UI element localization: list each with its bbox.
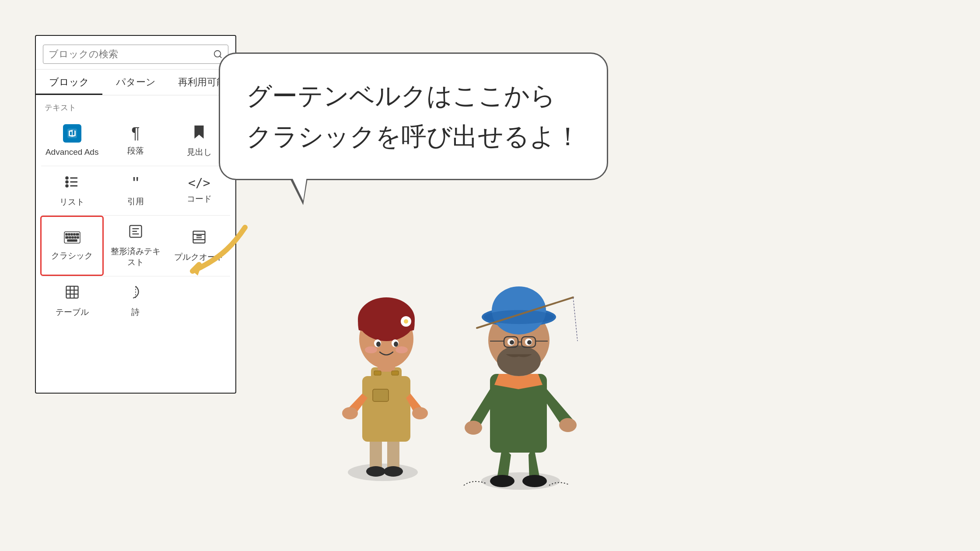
advanced-ads-icon	[63, 124, 81, 143]
svg-line-83	[573, 297, 578, 341]
svg-rect-13	[66, 234, 67, 235]
svg-point-62	[490, 475, 514, 487]
svg-rect-22	[77, 237, 79, 238]
block-grid-row3: クラシック 整形済みテキスト	[36, 216, 235, 276]
block-item-preformatted[interactable]: 整形済みテキスト	[104, 216, 167, 276]
svg-point-72	[497, 345, 541, 376]
svg-rect-58	[374, 371, 381, 375]
pullquote-icon	[191, 229, 207, 248]
keyboard-icon	[64, 230, 80, 246]
block-item-paragraph[interactable]: ¶ 段落	[104, 116, 167, 166]
svg-point-66	[559, 418, 577, 432]
svg-point-65	[465, 421, 482, 435]
search-input[interactable]	[49, 49, 213, 60]
speech-bubble: グーテンベルクはここから クラシックを呼び出せるよ！	[219, 52, 608, 180]
svg-point-41	[366, 466, 385, 477]
block-grid-row1: Advanced Ads ¶ 段落 見出し	[36, 116, 235, 166]
quote-icon: "	[133, 174, 139, 192]
svg-point-63	[522, 475, 547, 487]
block-panel: ブロック パターン 再利用可能 テキスト Advanced Ads	[35, 35, 236, 394]
block-item-advanced-ads[interactable]: Advanced Ads	[40, 116, 104, 166]
tab-patterns[interactable]: パターン	[102, 70, 169, 95]
preformatted-label: 整形済みテキスト	[108, 246, 163, 268]
heading-label: 見出し	[187, 147, 212, 158]
svg-rect-3	[70, 132, 72, 135]
svg-point-10	[66, 181, 68, 183]
svg-rect-19	[69, 237, 71, 238]
svg-rect-23	[67, 240, 77, 241]
svg-point-81	[527, 340, 532, 345]
svg-rect-16	[74, 234, 75, 235]
svg-rect-20	[72, 237, 74, 238]
pullquote-label: プルクオート	[174, 252, 224, 263]
block-item-quote[interactable]: " 引用	[104, 166, 167, 216]
paragraph-label: 段落	[127, 146, 144, 157]
svg-point-11	[66, 185, 68, 187]
block-item-list[interactable]: リスト	[40, 166, 104, 216]
svg-point-80	[510, 340, 514, 345]
svg-rect-15	[71, 234, 73, 235]
svg-rect-17	[76, 234, 79, 235]
svg-rect-14	[68, 234, 70, 235]
speech-bubble-area: グーテンベルクはここから クラシックを呼び出せるよ！	[219, 52, 744, 180]
svg-rect-21	[74, 237, 76, 238]
svg-rect-33	[66, 286, 78, 298]
svg-point-9	[66, 177, 68, 179]
code-icon: </>	[188, 177, 210, 189]
table-label: テーブル	[56, 307, 89, 318]
speech-text-line2: クラシックを呼び出せるよ！	[246, 116, 581, 157]
svg-rect-18	[66, 237, 68, 238]
preformatted-icon	[128, 223, 144, 242]
svg-point-42	[384, 466, 403, 477]
svg-marker-5	[195, 126, 204, 139]
advanced-ads-label: Advanced Ads	[46, 147, 98, 158]
table-icon	[64, 284, 80, 303]
block-item-pullquote[interactable]: プルクオート	[168, 216, 231, 276]
svg-rect-59	[392, 371, 399, 375]
svg-point-46	[412, 407, 428, 419]
block-item-table[interactable]: テーブル	[40, 276, 104, 326]
svg-rect-28	[193, 231, 205, 243]
block-item-classic[interactable]: クラシック	[40, 216, 104, 276]
svg-rect-4	[73, 130, 74, 135]
svg-point-55	[396, 346, 408, 353]
heading-icon	[191, 124, 207, 143]
verse-icon	[128, 284, 144, 303]
block-item-verse[interactable]: 詩	[104, 276, 167, 326]
svg-point-52	[376, 342, 381, 347]
block-grid-row4: テーブル 詩	[36, 276, 235, 326]
code-label: コード	[187, 194, 212, 205]
search-box[interactable]	[43, 45, 228, 64]
category-label: テキスト	[36, 95, 235, 116]
tab-blocks[interactable]: ブロック	[36, 70, 102, 95]
svg-rect-60	[373, 389, 388, 401]
svg-point-57	[404, 319, 408, 324]
block-grid-row2: リスト " 引用 </> コード	[36, 166, 235, 216]
characters-area	[306, 262, 612, 525]
speech-text-line1: グーテンベルクはここから	[246, 76, 581, 116]
svg-point-54	[365, 346, 377, 353]
svg-point-45	[342, 407, 358, 419]
verse-label: 詩	[131, 307, 140, 318]
quote-label: 引用	[127, 196, 144, 207]
classic-label: クラシック	[51, 251, 93, 262]
tabs-row: ブロック パターン 再利用可能	[36, 70, 235, 95]
list-label: リスト	[60, 197, 84, 208]
list-icon	[64, 174, 80, 192]
paragraph-icon: ¶	[131, 126, 140, 141]
search-area	[36, 36, 235, 70]
svg-point-53	[394, 342, 398, 347]
